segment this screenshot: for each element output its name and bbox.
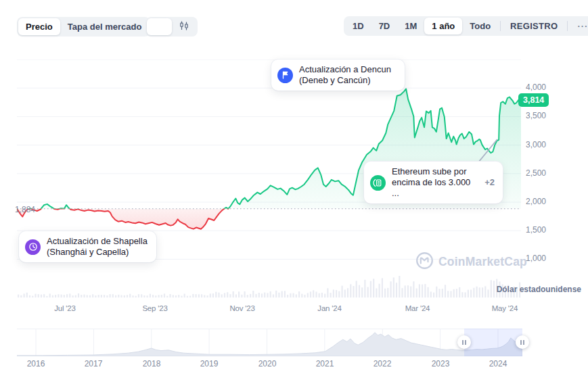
y-axis-label: 2,500 [526,168,546,178]
y-axis-label: 1,000 [526,254,546,263]
range-1d[interactable]: 1D [345,18,371,34]
more-options-button[interactable]: ··· [570,18,588,34]
range-7d[interactable]: 7D [371,18,398,34]
range-1y[interactable]: 1 año [424,18,462,34]
range-1m[interactable]: 1M [397,18,424,34]
watermark-label: CoinMarketCap [438,255,527,269]
divider [500,21,501,31]
timeline-selection[interactable] [464,329,522,356]
annotation-text: Actualización a Dencun(Deneb y Cancún) [299,64,391,86]
crypto-price-chart-page: Precio Tapa del mercado 1D 7D 1M 1 añ [0,0,588,382]
metric-toggle: Precio Tapa del mercado [17,17,150,37]
y-axis-label: 3,500 [526,111,546,120]
annotation-text: Actualización de Shapella(Shanghái y Cap… [47,236,148,258]
y-axis-label: 2,000 [526,197,546,206]
news-icon [370,175,386,191]
watermark: CoinMarketCap [415,252,527,272]
chart-type-candlestick-button[interactable] [172,18,196,36]
timeline-year-label: 2020 [258,359,277,368]
baseline-price-label: 1,884 [15,205,35,214]
annotation-text: Ethereum sube porencima de los 3.000 ... [392,166,476,199]
clock-icon [25,239,41,255]
range-all[interactable]: Todo [462,18,498,34]
coinmarketcap-logo-icon [415,252,434,272]
timeline-year-label: 2016 [27,359,45,368]
timeline-year-label: 2023 [432,359,450,368]
divider [567,21,568,31]
timeline-year-label: 2021 [316,359,334,368]
timeline-year-label: 2018 [143,359,161,368]
timeline-year-label: 2022 [374,359,392,368]
timeline-handle-left[interactable] [457,335,471,349]
candlestick-icon [179,21,189,33]
tab-precio[interactable]: Precio [18,18,60,35]
timeline-year-label: 2024 [489,359,507,368]
x-axis-label: Nov '23 [229,304,254,312]
annotation-card-news[interactable]: Ethereum sube porencima de los 3.000 ...… [364,162,503,204]
chart-type-toggle [145,17,198,37]
more-news-count[interactable]: +2 [484,177,495,188]
range-toggle: 1D 7D 1M 1 año Todo REGISTRO ··· [344,16,588,36]
x-axis-label: May '24 [492,304,518,312]
timeline-year-label: 2017 [85,359,103,368]
annotation-card-dencun[interactable]: Actualización a Dencun(Deneb y Cancún) [271,59,405,91]
current-price-badge: 3,814 [518,93,549,107]
x-axis-label: Sep '23 [142,304,167,312]
timeline-year-label: 2019 [200,359,219,368]
flag-icon [277,68,293,83]
registro-button[interactable]: REGISTRO [503,18,565,34]
y-axis-label: 1,500 [526,225,546,235]
y-axis-label: 4,000 [526,82,546,92]
line-chart-icon [154,21,164,32]
x-axis-label: Jan '24 [317,304,341,312]
y-axis-label: 3,000 [526,140,546,149]
timeline-minimap[interactable] [17,329,522,356]
x-axis-label: Jul '23 [54,304,75,312]
currency-label: Dólar estadounidense [497,285,581,294]
tab-market-cap[interactable]: Tapa del mercado [60,18,150,35]
x-axis-label: Mar '24 [405,304,430,312]
timeline-handle-right[interactable] [516,335,529,349]
annotation-card-shapella[interactable]: Actualización de Shapella(Shanghái y Cap… [19,231,156,262]
chart-type-line-button[interactable] [147,18,172,35]
